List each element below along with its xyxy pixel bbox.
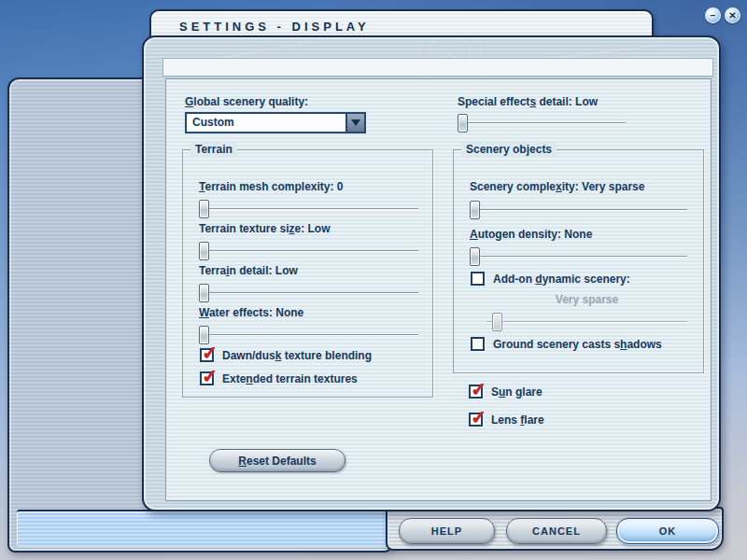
terrain-texture-size-slider[interactable] <box>199 242 418 260</box>
terrain-group-title: Terrain <box>190 143 237 156</box>
checkbox-box[interactable] <box>471 337 485 351</box>
checkbox-label: Extended terrain textures <box>222 372 358 385</box>
page-title: SETTINGS - DISPLAY <box>179 20 370 34</box>
addon-dynamic-scenery-checkbox[interactable]: Add-on dynamic scenery: <box>471 272 630 286</box>
checkbox-label: Lens flare <box>491 413 544 427</box>
extended-terrain-textures-checkbox[interactable]: Extended terrain textures <box>200 371 358 385</box>
sun-glare-checkbox[interactable]: Sun glare <box>469 385 543 399</box>
slider-thumb[interactable] <box>199 284 209 302</box>
checkbox-box[interactable] <box>200 348 214 362</box>
scenery-complexity-label: Scenery complexity: Very sparse <box>470 180 644 193</box>
scenery-objects-group: Scenery objects Scenery complexity: Very… <box>453 149 704 373</box>
footer-button-bar: HELP CANCEL OK <box>386 507 724 551</box>
autogen-density-label: Autogen density: None <box>470 228 592 241</box>
slider-track[interactable] <box>199 334 418 336</box>
checkbox-label: Sun glare <box>491 385 543 399</box>
checkbox-box[interactable] <box>469 413 483 427</box>
terrain-detail-label: Terrain detail: Low <box>199 264 298 277</box>
terrain-texture-size-label: Terrain texture size: Low <box>199 222 330 235</box>
chevron-down-icon[interactable] <box>345 114 364 132</box>
terrain-detail-slider[interactable] <box>199 284 418 302</box>
slider-thumb[interactable] <box>199 242 209 260</box>
terrain-mesh-complexity-label: Terrain mesh complexity: 0 <box>199 180 344 193</box>
slider-track[interactable] <box>199 250 418 252</box>
autogen-density-slider[interactable] <box>470 247 687 266</box>
addon-dynamic-scenery-slider <box>486 313 687 331</box>
water-effects-slider[interactable] <box>199 326 418 344</box>
slider-track[interactable] <box>199 292 418 294</box>
slider-track[interactable] <box>470 256 687 258</box>
cancel-button[interactable]: CANCEL <box>506 518 607 544</box>
checkbox-box[interactable] <box>200 371 214 385</box>
close-icon[interactable]: ✕ <box>725 7 740 23</box>
special-effects-detail-slider[interactable] <box>458 114 626 133</box>
background-menu-bottom-bar <box>17 510 387 547</box>
help-button[interactable]: HELP <box>399 518 495 544</box>
slider-thumb[interactable] <box>470 247 480 266</box>
checkbox-label: Dawn/dusk texture blending <box>222 349 372 362</box>
dawn-dusk-texture-blending-checkbox[interactable]: Dawn/dusk texture blending <box>200 348 372 362</box>
slider-thumb <box>492 313 502 331</box>
scenery-complexity-slider[interactable] <box>470 201 687 219</box>
ok-button[interactable]: OK <box>616 518 719 544</box>
slider-track[interactable] <box>458 122 626 124</box>
checkbox-box[interactable] <box>469 385 483 399</box>
slider-track[interactable] <box>470 209 687 211</box>
slider-track <box>486 321 687 323</box>
global-scenery-quality-label: Global scenery quality: <box>185 95 308 108</box>
checkbox-box[interactable] <box>471 272 485 286</box>
settings-display-dialog: Global scenery quality: Custom Special e… <box>142 35 721 511</box>
slider-track[interactable] <box>199 208 418 210</box>
ground-scenery-shadows-checkbox[interactable]: Ground scenery casts shadows <box>471 337 662 351</box>
global-scenery-quality-value[interactable]: Custom <box>187 114 345 132</box>
slider-thumb[interactable] <box>470 201 480 219</box>
addon-dynamic-scenery-value-label: Very sparse <box>486 293 687 306</box>
scenery-objects-group-title: Scenery objects <box>461 143 557 156</box>
slider-thumb[interactable] <box>458 114 468 133</box>
lens-flare-checkbox[interactable]: Lens flare <box>469 413 544 427</box>
dialog-header-strip <box>162 58 713 77</box>
reset-defaults-button[interactable]: Reset Defaults <box>209 449 345 472</box>
terrain-group: Terrain Terrain mesh complexity: 0 Terra… <box>182 149 433 398</box>
terrain-mesh-complexity-slider[interactable] <box>199 200 418 218</box>
global-scenery-quality-select[interactable]: Custom <box>185 112 366 133</box>
checkbox-label: Add-on dynamic scenery: <box>493 273 630 286</box>
slider-thumb[interactable] <box>199 200 209 218</box>
water-effects-label: Water effects: None <box>199 306 303 319</box>
special-effects-detail-label: Special effects detail: Low <box>458 95 598 108</box>
checkbox-label: Ground scenery casts shadows <box>493 338 662 351</box>
minimize-icon[interactable]: − <box>705 7 721 23</box>
